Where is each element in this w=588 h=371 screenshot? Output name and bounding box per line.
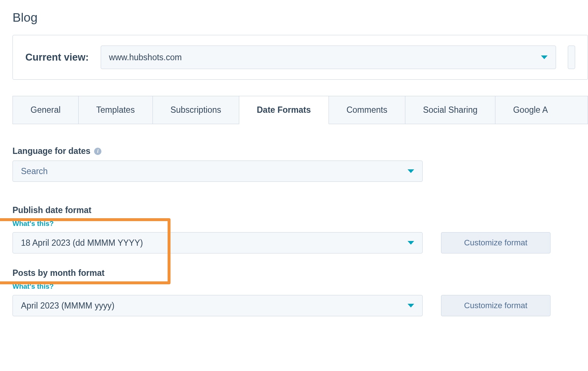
tab-social-sharing[interactable]: Social Sharing bbox=[405, 96, 495, 124]
chevron-down-icon bbox=[408, 304, 414, 307]
posts-by-month-help-link[interactable]: What's this? bbox=[12, 282, 588, 291]
language-label: Language for dates i bbox=[12, 146, 588, 156]
posts-by-month-select[interactable]: April 2023 (MMMM yyyy) bbox=[12, 295, 423, 316]
posts-by-month-label: Posts by month format bbox=[12, 268, 588, 278]
publish-date-select[interactable]: 18 April 2023 (dd MMMM YYYY) bbox=[12, 232, 423, 253]
current-view-label: Current view: bbox=[25, 52, 89, 63]
page-title: Blog bbox=[12, 10, 588, 25]
current-view-panel: Current view: www.hubshots.com bbox=[12, 35, 588, 80]
current-view-selected: www.hubshots.com bbox=[109, 53, 182, 62]
chevron-down-icon bbox=[408, 241, 414, 245]
publish-date-label: Publish date format bbox=[12, 205, 588, 215]
tab-google-amp[interactable]: Google A bbox=[495, 96, 588, 124]
secondary-button[interactable] bbox=[568, 46, 575, 69]
customize-publish-format-button[interactable]: Customize format bbox=[441, 232, 551, 253]
posts-by-month-selected: April 2023 (MMMM yyyy) bbox=[21, 301, 114, 311]
tab-comments[interactable]: Comments bbox=[329, 96, 405, 124]
language-select-placeholder: Search bbox=[21, 166, 48, 176]
language-section: Language for dates i Search bbox=[12, 146, 588, 182]
publish-date-selected: 18 April 2023 (dd MMMM YYYY) bbox=[21, 238, 143, 248]
publish-date-help-link[interactable]: What's this? bbox=[12, 220, 588, 228]
customize-posts-by-month-button[interactable]: Customize format bbox=[441, 295, 551, 316]
language-select[interactable]: Search bbox=[12, 161, 423, 182]
language-label-text: Language for dates bbox=[12, 146, 90, 156]
tab-date-formats[interactable]: Date Formats bbox=[239, 96, 329, 124]
current-view-select[interactable]: www.hubshots.com bbox=[101, 46, 556, 69]
tab-templates[interactable]: Templates bbox=[79, 96, 153, 124]
info-icon[interactable]: i bbox=[94, 148, 101, 155]
chevron-down-icon bbox=[541, 55, 548, 59]
tabs: General Templates Subscriptions Date For… bbox=[12, 96, 588, 124]
chevron-down-icon bbox=[408, 169, 414, 173]
tab-subscriptions[interactable]: Subscriptions bbox=[153, 96, 239, 124]
publish-date-section: Publish date format What's this? 18 Apri… bbox=[12, 205, 588, 253]
tab-general[interactable]: General bbox=[13, 96, 79, 124]
posts-by-month-section: Posts by month format What's this? April… bbox=[12, 268, 588, 316]
